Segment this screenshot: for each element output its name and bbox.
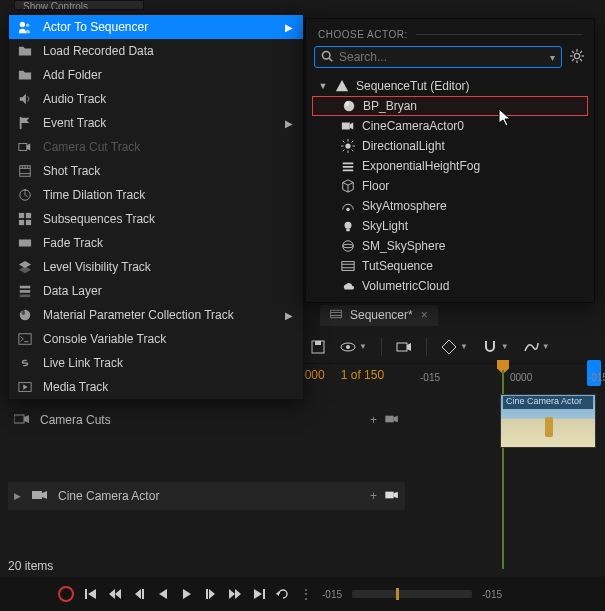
svg-marker-89 [394, 416, 398, 423]
menu-item-material-parameter-collection-track[interactable]: Material Parameter Collection Track ▶ [9, 303, 303, 327]
menu-item-subsequences-track[interactable]: Subsequences Track [9, 207, 303, 231]
step-forward-button[interactable] [228, 587, 242, 601]
loop-button[interactable] [276, 587, 290, 601]
actor-search-box[interactable]: ▾ [314, 46, 562, 68]
items-count: 20 items [8, 559, 53, 573]
sequencer-tab-label: Sequencer* [350, 308, 413, 322]
menu-item-actor-to-sequencer[interactable]: Actor To Sequencer ▶ [9, 15, 303, 39]
actor-item-skyatmosphere[interactable]: SkyAtmosphere [312, 196, 588, 216]
transport-options-icon[interactable]: ⋮ [300, 587, 312, 601]
show-controls-button[interactable]: Show Controls [14, 0, 144, 10]
actor-search-input[interactable] [339, 50, 544, 64]
expand-icon[interactable]: ▼ [318, 81, 328, 91]
expand-icon[interactable]: ▶ [14, 491, 24, 501]
actor-label: ExponentialHeightFog [362, 159, 480, 173]
add-section-button[interactable]: + [370, 489, 377, 503]
add-track-context-menu: Actor To Sequencer ▶ Load Recorded Data … [8, 14, 304, 400]
track-row-cine-camera[interactable]: ▶ Cine Camera Actor + [8, 482, 405, 510]
menu-item-audio-track[interactable]: Audio Track [9, 87, 303, 111]
keyframe-button[interactable]: ▼ [441, 339, 468, 355]
actor-item-directionallight[interactable]: DirectionalLight [312, 136, 588, 156]
menu-item-label: Media Track [43, 380, 293, 394]
close-icon[interactable]: × [421, 308, 428, 322]
svg-marker-4 [27, 144, 31, 151]
link-icon [17, 355, 33, 371]
menu-item-label: Material Parameter Collection Track [43, 308, 275, 322]
svg-line-54 [343, 141, 345, 143]
svg-marker-44 [336, 80, 348, 91]
search-icon [321, 50, 333, 65]
svg-point-67 [343, 244, 354, 248]
actor-item-exponentialheightfog[interactable]: ExponentialHeightFog [312, 156, 588, 176]
play-reverse-button[interactable] [156, 587, 170, 601]
cloud-icon [340, 278, 356, 294]
camera-icon [340, 118, 356, 134]
flag-icon [17, 115, 33, 131]
play-button[interactable] [180, 587, 194, 601]
camera-cut-thumbnail[interactable]: Cine Camera Actor [500, 394, 596, 448]
camera-lock-button[interactable] [385, 489, 399, 503]
actor-item-skylight[interactable]: SkyLight [312, 216, 588, 236]
svg-rect-92 [385, 492, 393, 499]
menu-item-data-layer[interactable]: Data Layer [9, 279, 303, 303]
save-button[interactable] [310, 339, 326, 355]
step-back-button[interactable] [108, 587, 122, 601]
actor-item-tutsequence[interactable]: TutSequence [312, 256, 588, 276]
scrub-right-label: -015 [482, 589, 502, 600]
actor-item-cinecameraactor0[interactable]: CineCameraActor0 [312, 116, 588, 136]
go-to-start-button[interactable] [84, 587, 98, 601]
menu-item-time-dilation-track[interactable]: Time Dilation Track [9, 183, 303, 207]
visibility-button[interactable]: ▼ [340, 339, 367, 355]
actor-item-volumetriccloud[interactable]: VolumetricCloud [312, 276, 588, 296]
fade-icon [17, 235, 33, 251]
svg-point-64 [345, 222, 352, 229]
menu-item-add-folder[interactable]: Add Folder [9, 63, 303, 87]
scrub-bar[interactable] [352, 590, 472, 598]
camera-button[interactable] [396, 339, 412, 355]
sequencer-toolbar: ▼ ▼ ▼ ▼ [300, 330, 605, 364]
frame-forward-button[interactable] [204, 587, 218, 601]
svg-rect-3 [19, 144, 27, 151]
chevron-right-icon: ▶ [285, 22, 293, 33]
actor-tree: ▼ SequenceTut (Editor) BP_Bryan CineCame… [306, 76, 594, 296]
menu-item-shot-track[interactable]: Shot Track [9, 159, 303, 183]
seq-icon [340, 258, 356, 274]
svg-point-35 [574, 53, 579, 58]
actor-label: SM_SkySphere [362, 239, 445, 253]
menu-item-media-track[interactable]: Media Track [9, 375, 303, 399]
svg-rect-65 [346, 229, 350, 232]
menu-item-live-link-track[interactable]: Live Link Track [9, 351, 303, 375]
sphere2-icon [340, 238, 356, 254]
svg-point-63 [346, 208, 350, 212]
menu-item-level-visibility-track[interactable]: Level Visibility Track [9, 255, 303, 279]
actor-item-sm-skysphere[interactable]: SM_SkySphere [312, 236, 588, 256]
go-to-end-button[interactable] [252, 587, 266, 601]
svg-marker-32 [23, 384, 27, 389]
sequencer-tab[interactable]: Sequencer* × [320, 305, 438, 326]
user-icon [17, 19, 33, 35]
record-button[interactable] [58, 586, 74, 602]
menu-item-event-track[interactable]: Event Track ▶ [9, 111, 303, 135]
sequencer-tabs: Sequencer* × [320, 304, 438, 326]
material-icon [17, 307, 33, 323]
camera-lock-button[interactable] [385, 413, 399, 427]
snap-button[interactable]: ▼ [482, 339, 509, 355]
svg-rect-23 [20, 286, 31, 289]
actor-item-floor[interactable]: Floor [312, 176, 588, 196]
actor-item-bp-bryan[interactable]: BP_Bryan [312, 96, 588, 116]
menu-item-console-variable-track[interactable]: Console Variable Track [9, 327, 303, 351]
camera-actor-icon [32, 489, 50, 504]
choose-actor-header: CHOOSE ACTOR: [306, 19, 594, 46]
frame-back-button[interactable] [132, 587, 146, 601]
menu-item-load-recorded-data[interactable]: Load Recorded Data [9, 39, 303, 63]
track-row-camera-cuts[interactable]: Camera Cuts + [8, 400, 405, 440]
curve-button[interactable]: ▼ [523, 339, 550, 355]
gear-icon[interactable] [568, 49, 586, 66]
menu-item-fade-track[interactable]: Fade Track [9, 231, 303, 255]
world-icon [334, 78, 350, 94]
tree-root[interactable]: ▼ SequenceTut (Editor) [312, 76, 588, 96]
add-section-button[interactable]: + [370, 413, 377, 427]
camera-cut-icon [17, 139, 33, 155]
svg-marker-22 [19, 266, 31, 273]
search-dropdown-caret[interactable]: ▾ [550, 52, 555, 63]
